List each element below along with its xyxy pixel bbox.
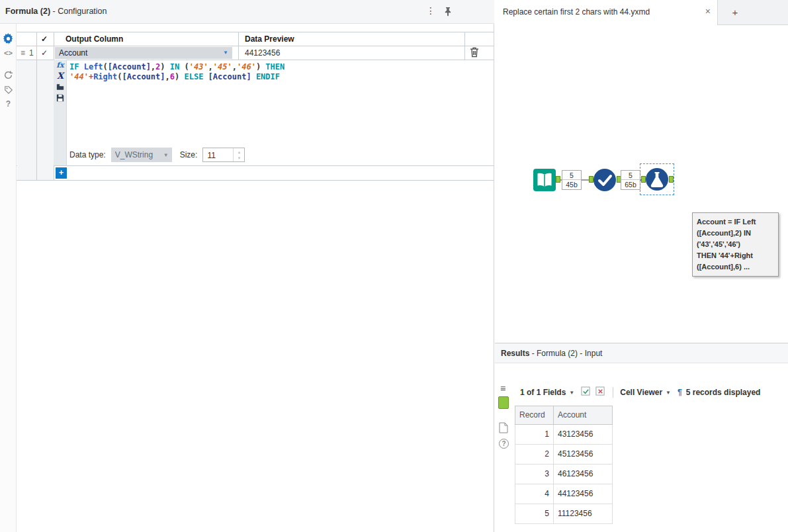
output-anchor[interactable] [556, 176, 560, 183]
pushpin-glyph [444, 7, 452, 17]
datatype-dropdown[interactable]: V_WString ▼ [111, 148, 172, 162]
save-expression-icon[interactable] [54, 94, 67, 104]
delete-row-button[interactable] [470, 47, 482, 59]
configuration-title: Formula (2) - Configuration [5, 7, 107, 16]
output-anchor[interactable] [669, 176, 674, 183]
tooltip-line: ([Account],2) IN [697, 228, 774, 239]
configuration-panel: Formula (2) - Configuration ⋮ <> ? [0, 0, 494, 532]
refresh-icon[interactable] [0, 70, 17, 82]
column-header-record[interactable]: Record [515, 406, 554, 424]
data-preview-value: 44123456 [245, 48, 280, 58]
datatype-value: V_WString [115, 150, 153, 159]
input-anchor-tab[interactable] [498, 396, 509, 409]
configuration-title-tool: Formula (2) [5, 7, 50, 16]
configuration-title-suffix: - Configuration [50, 7, 107, 16]
grid-border [464, 32, 465, 60]
account-cell: 46123456 [554, 465, 612, 484]
size-spinner[interactable]: ▲▼ [233, 148, 244, 161]
account-cell: 44123456 [554, 484, 612, 504]
chevron-down-icon[interactable]: ▼ [666, 390, 671, 396]
account-cell: 11123456 [554, 504, 612, 523]
book-icon [533, 169, 556, 191]
table-row[interactable]: 143123456 [515, 425, 613, 445]
formula-editor[interactable]: IF Left([Account],2) IN ('43','45','46')… [69, 62, 486, 82]
workflow-canvas[interactable]: 5 45b 5 65b [495, 25, 788, 343]
tool-annotation-tooltip: Account = IF Left([Account],2) IN('43','… [692, 212, 779, 277]
grid-gutter [17, 60, 54, 180]
select-all-check[interactable]: ✓ [41, 34, 48, 44]
pilcrow-icon[interactable]: ¶ [678, 388, 682, 397]
tooltip-line: THEN '44'+Right [697, 250, 774, 261]
close-tab-icon[interactable]: × [705, 6, 711, 17]
data-size: 45b [562, 180, 581, 189]
record-cell: 2 [515, 445, 554, 464]
add-column-button[interactable]: + [56, 167, 67, 179]
results-panel: Results - Formula (2) - Input ≡ ? 1 of 1… [495, 343, 788, 532]
record-count: 5 [621, 171, 640, 180]
panel-menu-button[interactable]: ⋮ [425, 5, 437, 19]
apply-checkbox-icon[interactable] [581, 386, 591, 398]
results-title: Results - Formula (2) - Input [501, 349, 602, 358]
code-icon[interactable]: <> [0, 49, 17, 57]
help-icon[interactable]: ? [0, 99, 17, 109]
workflow-tab-label: Replace certain first 2 chars with 44.yx… [503, 7, 650, 17]
formula-line: '44'+Right([Account],6) ELSE [Account] E… [69, 72, 486, 82]
results-toolbar: 1 of 1 Fields ▼ Cell Viewer ▼ ¶ 5 record… [520, 384, 760, 400]
document-icon[interactable] [499, 422, 508, 435]
tooltip-line: Account = IF Left [697, 216, 774, 228]
expression-editor-toolbar: fx X [54, 60, 67, 165]
table-row[interactable]: 511123456 [515, 504, 613, 524]
account-cell: 45123456 [554, 445, 612, 464]
records-count-label: 5 records displayed [686, 388, 761, 397]
size-input[interactable]: 11 ▲▼ [202, 148, 245, 162]
cancel-box-icon[interactable] [595, 386, 605, 398]
list-view-icon[interactable]: ≡ [500, 383, 505, 394]
input-anchor[interactable] [589, 176, 593, 183]
data-size: 65b [621, 180, 640, 189]
select-tool[interactable] [593, 169, 616, 191]
formula-line: IF Left([Account],2) IN ('43','45','46')… [69, 62, 486, 72]
chevron-down-icon[interactable]: ▼ [569, 390, 574, 396]
gear-icon[interactable] [0, 33, 17, 46]
flask-icon [646, 168, 668, 191]
table-row[interactable]: 444123456 [515, 484, 613, 504]
tag-icon[interactable] [0, 85, 17, 97]
table-row[interactable]: 346123456 [515, 465, 613, 484]
account-cell: 43123456 [554, 425, 612, 444]
help-icon[interactable]: ? [499, 439, 509, 449]
tooltip-line: ('43','45','46') [697, 239, 774, 250]
grid-border [17, 32, 494, 32]
new-tab-button[interactable]: + [728, 5, 742, 20]
grid-border [17, 60, 494, 60]
row-number: 1 [29, 48, 34, 58]
record-cell: 5 [515, 504, 554, 523]
output-column-dropdown[interactable]: Account ▼ [55, 47, 232, 59]
toolbar-divider [613, 387, 613, 398]
input-data-tool[interactable] [533, 169, 556, 191]
functions-icon[interactable]: fx [54, 61, 67, 69]
row-check[interactable]: ✓ [41, 48, 48, 58]
workflow-tab[interactable]: Replace certain first 2 chars with 44.yx… [495, 0, 718, 25]
workflow-canvas-pane: Replace certain first 2 chars with 44.yx… [495, 0, 788, 343]
workflow-tab-bar: Replace certain first 2 chars with 44.yx… [495, 0, 788, 25]
pin-icon[interactable] [442, 7, 454, 19]
results-table: Record Account 1431234562451234563461234… [515, 406, 613, 524]
grid-border [17, 46, 494, 46]
saved-expressions-icon[interactable] [54, 83, 67, 93]
connection-progress: 5 45b [562, 170, 582, 190]
results-header: Results - Formula (2) - Input [495, 343, 788, 363]
input-anchor[interactable] [641, 176, 646, 183]
datatype-row: Data type: V_WString ▼ Size: 11 ▲▼ [69, 147, 245, 163]
chevron-down-icon: ▼ [223, 50, 228, 56]
fields-dropdown[interactable]: 1 of 1 Fields [520, 388, 566, 397]
size-value: 11 [207, 151, 215, 160]
variables-icon[interactable]: X [54, 71, 67, 81]
results-table-body: 1431234562451234563461234564441234565111… [515, 425, 613, 524]
row-drag-handle[interactable]: ≡ [21, 48, 25, 58]
cell-viewer-dropdown[interactable]: Cell Viewer [620, 388, 662, 397]
formula-tool[interactable] [646, 168, 668, 191]
chevron-down-icon: ▼ [163, 152, 169, 158]
record-cell: 1 [515, 425, 554, 444]
table-row[interactable]: 245123456 [515, 445, 613, 465]
column-header-account[interactable]: Account [554, 406, 612, 424]
